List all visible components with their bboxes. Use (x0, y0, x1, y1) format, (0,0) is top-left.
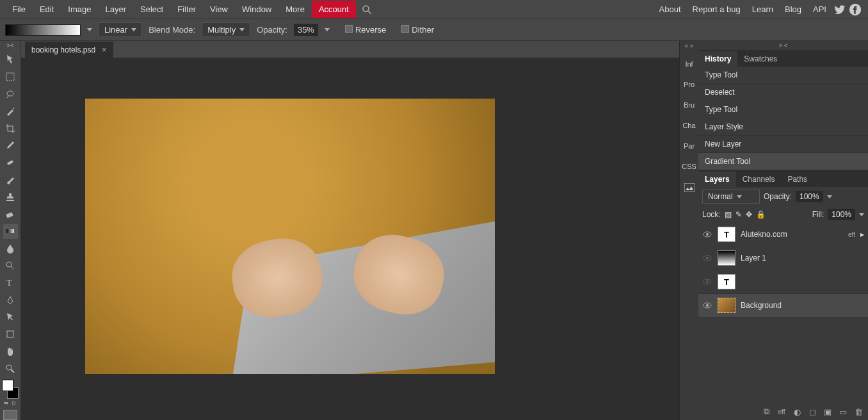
tab-layers[interactable]: Layers (698, 172, 736, 187)
lock-paint-icon[interactable]: ✎ (735, 210, 742, 219)
screen-mode[interactable] (3, 410, 17, 420)
link-about[interactable]: About (654, 1, 687, 18)
eraser-tool[interactable] (3, 207, 18, 222)
layer-row[interactable]: Layer 1 (698, 246, 868, 270)
shape-tool[interactable] (3, 327, 18, 342)
menu-account[interactable]: Account (312, 1, 356, 18)
menu-window[interactable]: Window (235, 1, 278, 18)
expand-panels[interactable]: < > (685, 43, 693, 52)
fx-icon[interactable]: eff (776, 407, 787, 416)
document-tab[interactable]: booking hotels.psd × (25, 42, 113, 58)
link-blog[interactable]: Blog (779, 1, 807, 18)
brush-tool[interactable] (3, 173, 18, 188)
twitter-icon[interactable] (833, 3, 846, 16)
gradient-preview[interactable] (5, 24, 81, 36)
chevron-down-icon[interactable] (87, 28, 92, 31)
close-icon[interactable]: × (102, 45, 107, 54)
canvas-area[interactable] (21, 58, 679, 420)
search-icon[interactable] (361, 4, 373, 15)
dither-checkbox[interactable] (401, 25, 409, 33)
panel-properties[interactable]: Pro (682, 74, 696, 95)
chevron-right-icon[interactable]: ▸ (860, 230, 864, 239)
eye-icon[interactable] (702, 253, 712, 263)
layer-row[interactable]: T (698, 270, 868, 294)
history-item[interactable]: New Layer (698, 136, 868, 153)
history-item[interactable]: Deselect (698, 84, 868, 101)
reverse-checkbox[interactable] (345, 25, 353, 33)
stamp-tool[interactable] (3, 190, 18, 204)
history-item[interactable]: Type Tool (698, 67, 868, 84)
heal-tool[interactable] (3, 156, 18, 170)
layer-blend-dropdown[interactable]: Normal (702, 190, 760, 204)
menu-select[interactable]: Select (133, 1, 170, 18)
menu-more[interactable]: More (278, 1, 312, 18)
menu-filter[interactable]: Filter (170, 1, 203, 18)
wand-tool[interactable] (3, 104, 18, 118)
crop-tool[interactable] (3, 121, 18, 136)
swap-reset-colors[interactable]: ⇆ D (4, 400, 17, 406)
layer-row[interactable]: Background (698, 294, 868, 318)
layer-effects-label[interactable]: eff (848, 231, 855, 238)
panel-info[interactable]: Inf (684, 54, 694, 74)
tab-history[interactable]: History (698, 51, 737, 67)
lock-all-icon[interactable]: 🔒 (756, 210, 766, 219)
menu-file[interactable]: File (5, 1, 33, 18)
layer-thumb[interactable] (718, 250, 735, 266)
layer-thumb[interactable]: T (718, 274, 735, 289)
lasso-tool[interactable] (3, 87, 18, 102)
gradient-tool[interactable] (3, 224, 18, 239)
new-layer-icon[interactable]: ▭ (837, 407, 849, 416)
layer-opacity-value[interactable]: 100% (796, 191, 823, 202)
tab-channels[interactable]: Channels (736, 172, 782, 187)
lock-transparency-icon[interactable]: ▨ (725, 210, 732, 219)
link-report-bug[interactable]: Report a bug (687, 1, 746, 18)
link-icon[interactable]: ⧉ (760, 407, 772, 416)
layer-name[interactable]: Background (741, 301, 782, 310)
layer-thumb[interactable]: T (718, 227, 735, 242)
blend-mode-dropdown[interactable]: Multiply (202, 22, 250, 37)
layer-row[interactable]: T Alutekno.com eff ▸ (698, 223, 868, 246)
eye-icon[interactable] (702, 277, 712, 287)
menu-layer[interactable]: Layer (99, 1, 134, 18)
eye-icon[interactable] (702, 229, 712, 239)
collapse-right-panel[interactable]: > < (698, 41, 868, 50)
chevron-down-icon[interactable] (859, 213, 864, 216)
opacity-value[interactable]: 35% (294, 24, 318, 36)
chevron-down-icon[interactable] (325, 28, 330, 31)
panel-css[interactable]: CSS (680, 156, 698, 177)
panel-brush[interactable]: Bru (682, 95, 696, 115)
dodge-tool[interactable] (3, 259, 18, 273)
layer-name[interactable]: Alutekno.com (741, 230, 787, 239)
facebook-icon[interactable] (849, 3, 862, 16)
path-select-tool[interactable] (3, 310, 18, 325)
type-tool[interactable]: T (3, 275, 18, 290)
eyedropper-tool[interactable] (3, 138, 18, 153)
fg-color[interactable] (2, 380, 13, 391)
hand-tool[interactable] (3, 344, 18, 359)
folder-icon[interactable]: ▣ (822, 407, 833, 416)
link-learn[interactable]: Learn (746, 1, 779, 18)
eye-icon[interactable] (702, 300, 712, 311)
blur-tool[interactable] (3, 241, 18, 256)
layer-name[interactable]: Layer 1 (741, 254, 766, 262)
layer-thumb[interactable] (718, 298, 735, 313)
collapse-toolbar[interactable]: >< (7, 42, 14, 51)
menu-edit[interactable]: Edit (33, 1, 61, 18)
marquee-tool[interactable] (3, 70, 18, 85)
fill-value[interactable]: 100% (828, 209, 855, 220)
adjustment-icon[interactable]: ◐ (791, 407, 803, 416)
tab-paths[interactable]: Paths (781, 172, 814, 187)
history-item[interactable]: Layer Style (698, 118, 868, 136)
lock-position-icon[interactable]: ✥ (746, 210, 752, 219)
trash-icon[interactable]: 🗑 (853, 407, 864, 416)
chevron-down-icon[interactable] (827, 195, 832, 198)
zoom-tool[interactable] (3, 362, 18, 376)
link-api[interactable]: API (807, 1, 832, 18)
panel-image-icon[interactable] (683, 177, 696, 198)
pen-tool[interactable] (3, 293, 18, 307)
mask-icon[interactable]: ◻ (807, 407, 818, 416)
panel-paragraph[interactable]: Par (682, 136, 696, 156)
menu-view[interactable]: View (203, 1, 235, 18)
panel-character[interactable]: Cha (681, 115, 696, 136)
move-tool[interactable] (3, 52, 18, 67)
